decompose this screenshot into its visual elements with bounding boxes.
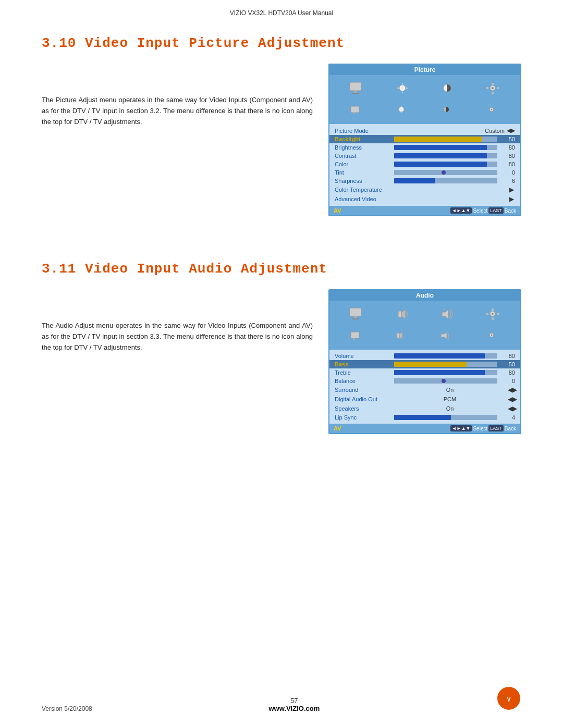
audio-item-surround: Surround On ◀▶ xyxy=(329,385,520,394)
audio-icons-row1 xyxy=(329,301,520,326)
tv-icon-monitor xyxy=(347,79,368,98)
svg-rect-32 xyxy=(492,317,494,320)
svg-rect-31 xyxy=(492,309,494,311)
audio-item-speakers: Speakers On ◀▶ xyxy=(329,404,520,413)
speakers-arrow: ◀▶ xyxy=(508,405,515,412)
lip-sync-fill xyxy=(394,415,451,420)
picture-icons-row1 xyxy=(329,75,520,100)
picture-item-advanced: Advanced Video ▶ xyxy=(329,194,520,204)
section-311-block: The Audio Adjust menu operates in the sa… xyxy=(42,289,521,434)
svg-text:V: V xyxy=(507,697,511,702)
surround-arrow: ◀▶ xyxy=(508,386,515,393)
color-label: Color xyxy=(335,161,392,167)
digital-out-value: PCM xyxy=(392,396,508,402)
footer-page-number: 57 xyxy=(92,697,496,705)
picture-item-color-temp: Color Temperature ▶ xyxy=(329,185,520,194)
balance-value: 0 xyxy=(499,378,515,384)
svg-rect-37 xyxy=(397,333,399,338)
picture-last-btn: LAST xyxy=(488,207,504,214)
svg-rect-35 xyxy=(351,332,359,338)
backlight-bar xyxy=(394,137,497,142)
audio-source: AV xyxy=(334,425,341,431)
section-divider xyxy=(42,237,521,253)
picture-back-text: Back xyxy=(505,208,516,214)
speakers-value: On xyxy=(392,405,508,412)
backlight-label: Backlight xyxy=(335,136,392,142)
surround-value: On xyxy=(392,387,508,393)
svg-point-3 xyxy=(399,85,406,91)
tv-icon-sub1 xyxy=(347,101,368,120)
picture-panel: Picture xyxy=(328,64,521,216)
picture-item-contrast: Contrast 80 xyxy=(329,152,520,160)
section-310-text: The Picture Adjust menu operates in the … xyxy=(42,64,313,127)
audio-icon-tv xyxy=(347,305,368,324)
contrast-label: Contrast xyxy=(335,153,392,159)
picture-mode-label: Picture Mode xyxy=(335,128,392,134)
speakers-label: Speakers xyxy=(335,405,392,412)
balance-label: Balance xyxy=(335,378,392,384)
sharpness-value: 6 xyxy=(499,178,515,184)
audio-select-text: Select xyxy=(473,426,487,431)
page-footer: Version 5/20/2008 57 www.VIZIO.com V xyxy=(0,686,563,712)
audio-icon-sub3 xyxy=(437,327,458,346)
header-title: VIZIO VX32L HDTV20A User Manual xyxy=(230,9,333,17)
sharpness-fill xyxy=(394,178,435,183)
audio-item-bass: Bass 50 xyxy=(329,360,520,368)
treble-bar xyxy=(394,370,497,375)
audio-item-volume: Volume 80 xyxy=(329,352,520,360)
footer-url: www.VIZIO.com xyxy=(92,705,496,712)
audio-nav-btn: ◄►▲▼ xyxy=(450,425,472,431)
color-temp-label: Color Temperature xyxy=(335,187,392,193)
contrast-bar xyxy=(394,153,497,158)
tv-icon-brightness xyxy=(392,79,413,98)
audio-panel: Audio xyxy=(328,289,521,434)
svg-rect-15 xyxy=(351,106,359,113)
bass-value: 50 xyxy=(499,361,515,367)
picture-item-brightness: Brightness 80 xyxy=(329,143,520,152)
advanced-arrow: ▶ xyxy=(508,195,515,203)
picture-select-text: Select xyxy=(473,208,487,214)
picture-mode-arrow: ◀▶ xyxy=(507,127,515,134)
footer-logo: V xyxy=(496,686,521,712)
svg-rect-12 xyxy=(492,92,494,94)
color-value: 80 xyxy=(499,161,515,167)
svg-rect-25 xyxy=(352,318,359,319)
svg-point-41 xyxy=(491,335,492,336)
svg-rect-11 xyxy=(492,83,494,85)
svg-rect-0 xyxy=(350,82,361,91)
tv-icon-settings xyxy=(482,79,503,98)
volume-fill xyxy=(394,353,485,359)
lip-sync-value: 4 xyxy=(499,414,515,421)
svg-marker-39 xyxy=(441,332,447,339)
section-311: 3.11 Video Input Audio Adjustment The Au… xyxy=(42,261,521,434)
page-header: VIZIO VX32L HDTV20A User Manual xyxy=(0,0,563,22)
audio-item-digital-out: Digital Audio Out PCM ◀▶ xyxy=(329,394,520,404)
sharpness-bar xyxy=(394,178,497,183)
audio-item-lip-sync: Lip Sync 4 xyxy=(329,413,520,422)
section-310-block: The Picture Adjust menu operates in the … xyxy=(42,64,521,216)
color-bar xyxy=(394,162,497,167)
footer-center: 57 www.VIZIO.com xyxy=(92,697,496,712)
picture-menu-items: Backlight 50 Brightness 8 xyxy=(329,135,520,204)
audio-icon-sub1 xyxy=(347,327,368,346)
picture-nav: ◄►▲▼ Select LAST Back xyxy=(450,207,516,214)
svg-rect-24 xyxy=(354,316,357,318)
audio-last-btn: LAST xyxy=(488,425,504,431)
digital-out-arrow: ◀▶ xyxy=(508,396,515,403)
svg-marker-27 xyxy=(401,310,406,319)
balance-dot xyxy=(442,379,446,383)
volume-value: 80 xyxy=(499,353,515,359)
surround-label: Surround xyxy=(335,387,392,393)
tv-icon-sub2 xyxy=(392,101,413,120)
bass-fill xyxy=(394,362,467,367)
picture-item-color: Color 80 xyxy=(329,160,520,168)
picture-item-tint: Tint 0 xyxy=(329,168,520,177)
volume-bar xyxy=(394,353,497,359)
picture-nav-btn: ◄►▲▼ xyxy=(450,207,472,214)
svg-rect-36 xyxy=(353,338,355,340)
contrast-value: 80 xyxy=(499,153,515,159)
bass-label: Bass xyxy=(335,361,392,367)
sharpness-label: Sharpness xyxy=(335,178,392,184)
contrast-fill xyxy=(394,153,487,158)
audio-item-treble: Treble 80 xyxy=(329,368,520,377)
